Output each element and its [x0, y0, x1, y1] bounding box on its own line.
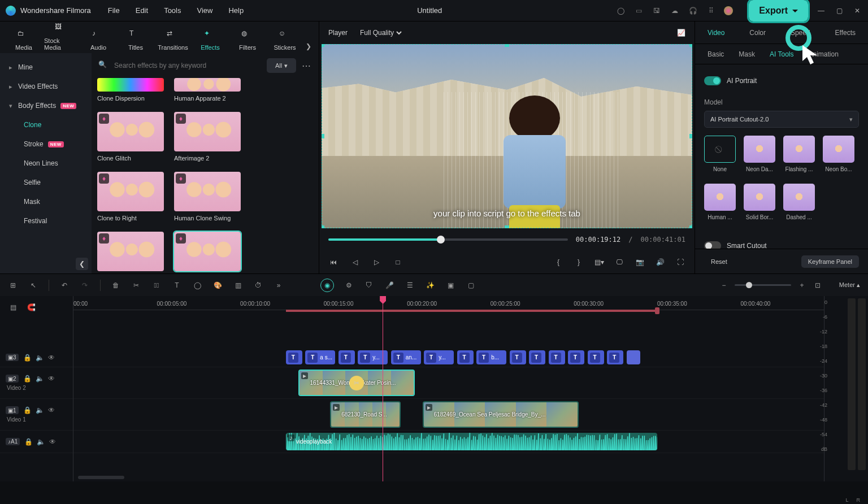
clip[interactable]: Tan...	[391, 350, 421, 364]
scrubber[interactable]	[328, 238, 568, 241]
tree-item-body-effects[interactable]: Body EffectsNEW	[0, 96, 92, 115]
track-2[interactable]: ▸16144331_Woman Skater Posin...✂	[73, 367, 824, 399]
search-input[interactable]	[114, 62, 261, 69]
clip[interactable]: Ty...	[424, 350, 454, 364]
tree-collapse-icon[interactable]: ❮	[76, 258, 88, 270]
visibility-icon[interactable]: 👁	[48, 375, 56, 383]
tl-mic-icon[interactable]: 🎤	[384, 280, 394, 290]
window-maximize-icon[interactable]: ▢	[834, 6, 844, 16]
clip[interactable]: ▸16144331_Woman Skater Posin...✂	[298, 370, 415, 396]
preset-neon-bo-[interactable]: Neon Bo...	[823, 136, 854, 172]
tl-undo-icon[interactable]: ↶	[59, 280, 70, 290]
filter-dropdown[interactable]: All ▾	[267, 58, 296, 73]
mute-icon[interactable]: 🔈	[36, 406, 44, 414]
preset-solid-bor-[interactable]: Solid Bor...	[744, 184, 775, 220]
menu-view[interactable]: View	[197, 6, 212, 15]
effect-clone-to-left[interactable]: ♦Clone to Left	[174, 232, 241, 273]
lock-icon[interactable]: 🔒	[24, 438, 32, 446]
lock-icon[interactable]: 🔒	[23, 375, 31, 383]
brace-close-icon[interactable]: }	[574, 257, 584, 267]
tl-frame-icon[interactable]: ▣	[445, 280, 455, 290]
quality-select[interactable]: Full Quality	[358, 28, 403, 37]
cat-media[interactable]: 🗀Media	[7, 29, 41, 53]
tree-item-selfie[interactable]: Selfie	[0, 173, 92, 192]
timeline-hscroll[interactable]	[73, 473, 824, 481]
tl-square-icon[interactable]: ▢	[466, 280, 476, 290]
clip[interactable]: ▸6182469_Ocean Sea Peljesac Bridge_By_..…	[423, 401, 579, 428]
tl-settings-icon[interactable]: ⚙	[344, 280, 354, 290]
clip[interactable]: T	[607, 350, 623, 364]
clip[interactable]: T	[286, 350, 302, 364]
tree-item-mask[interactable]: Mask	[0, 192, 92, 211]
play-backward-icon[interactable]: ◁	[350, 257, 360, 267]
player-viewport[interactable]: your clip into script go to the effects …	[322, 44, 692, 228]
zoom-meter-label[interactable]: Meter ▴	[828, 281, 860, 289]
tl-speed-down-icon[interactable]: ▥	[233, 280, 243, 290]
clip[interactable]: T	[588, 350, 604, 364]
mute-icon[interactable]: 🔈	[37, 438, 45, 446]
menu-edit[interactable]: Edit	[136, 6, 148, 15]
tree-item-stroke[interactable]: StrokeNEW	[0, 134, 92, 154]
track-1[interactable]: ▸682130_Road S...▸6182469_Ocean Sea Pelj…	[73, 399, 824, 431]
tl-shield-icon[interactable]: ⛉	[364, 280, 374, 290]
cat-transitions[interactable]: ⇄Transitions	[156, 29, 190, 53]
preset-neon-da-[interactable]: Neon Da...	[744, 136, 775, 172]
play-icon[interactable]: ▷	[371, 257, 381, 267]
effect-human-clone[interactable]: ♦Human Clone	[97, 232, 164, 273]
scrubber-knob[interactable]	[437, 236, 445, 244]
clip[interactable]: Tb...	[476, 350, 506, 364]
clip[interactable]: ♪videoplayback	[286, 433, 657, 450]
snapshot-icon[interactable]: 📈	[677, 29, 685, 37]
insp-tab-effects[interactable]: Effects	[835, 29, 856, 37]
tree-item-clone[interactable]: Clone	[0, 115, 92, 134]
effect-clone-dispersion[interactable]: Clone Dispersion	[97, 78, 164, 102]
window-minimize-icon[interactable]: —	[816, 6, 826, 16]
model-select[interactable]: AI Portrait Cutout-2.0	[704, 111, 859, 128]
track-head-1[interactable]: ▣1🔒🔈👁Video 1	[0, 399, 73, 431]
tl-cursor-icon[interactable]: ↖	[28, 280, 38, 290]
visibility-icon[interactable]: 👁	[49, 438, 57, 446]
preset-dashed-[interactable]: Dashed ...	[783, 184, 815, 220]
tl-more-tools-icon[interactable]: »	[274, 280, 284, 290]
cat-titles[interactable]: TTitles	[119, 29, 153, 53]
fullscreen-icon[interactable]: ⛶	[675, 257, 685, 267]
tl-crop-icon[interactable]: ✂⃞	[151, 280, 162, 290]
player-tab[interactable]: Player	[328, 29, 348, 37]
effect-clone-glitch[interactable]: ♦Clone Glitch	[97, 112, 164, 162]
clip[interactable]: Ta s...	[305, 350, 335, 364]
tl-delete-icon[interactable]: 🗑	[111, 280, 121, 290]
insp-tab-color[interactable]: Color	[749, 29, 766, 37]
tree-item-mine[interactable]: Mine	[0, 58, 92, 77]
insp-tab-video[interactable]: Video	[708, 29, 724, 37]
brace-open-icon[interactable]: {	[553, 257, 563, 267]
library-more-icon[interactable]: ⋯	[302, 60, 312, 71]
track-A1[interactable]: ♪videoplayback	[73, 431, 824, 453]
tl-color-icon[interactable]: 🎨	[212, 280, 223, 290]
visibility-icon[interactable]: 👁	[48, 406, 56, 414]
cat-stickers[interactable]: ☺Stickers	[268, 29, 302, 53]
cat-stock-media[interactable]: 🖼Stock Media	[44, 23, 78, 53]
cat-audio[interactable]: ♪Audio	[81, 29, 115, 53]
track-head-2[interactable]: ▣2🔒🔈👁Video 2	[0, 367, 73, 399]
tl-text-icon[interactable]: T	[172, 280, 182, 290]
camera-icon[interactable]: 📷	[635, 257, 645, 267]
magnet-icon[interactable]: 🧲	[26, 302, 36, 312]
screen-icon[interactable]: ▭	[633, 6, 644, 16]
tl-enhance-icon[interactable]: ✨	[425, 280, 435, 290]
record-icon[interactable]: ◯	[615, 6, 626, 16]
clip[interactable]: T	[510, 350, 526, 364]
clip[interactable]: Ty...	[358, 350, 388, 364]
tl-split-icon[interactable]: ✂	[131, 280, 141, 290]
cat-more-icon[interactable]: ❯	[305, 40, 312, 53]
effect-clone-to-right[interactable]: ♦Clone to Right	[97, 172, 164, 221]
cloud-icon[interactable]: ☁	[670, 6, 680, 16]
zoom-slider[interactable]	[735, 284, 791, 286]
menu-file[interactable]: File	[108, 6, 120, 15]
clip[interactable]	[627, 350, 640, 364]
track-3[interactable]: TTa s...TTy...Tan...Ty...TTb...TTTTTT	[73, 348, 824, 367]
tree-item-festival[interactable]: Festival	[0, 211, 92, 231]
subtab-mask[interactable]: Mask	[739, 50, 755, 58]
effect-afterimage-2[interactable]: ♦Afterimage 2	[174, 112, 241, 162]
display-icon[interactable]: 🖵	[614, 257, 624, 267]
tl-subtitle-icon[interactable]: ☰	[405, 280, 415, 290]
